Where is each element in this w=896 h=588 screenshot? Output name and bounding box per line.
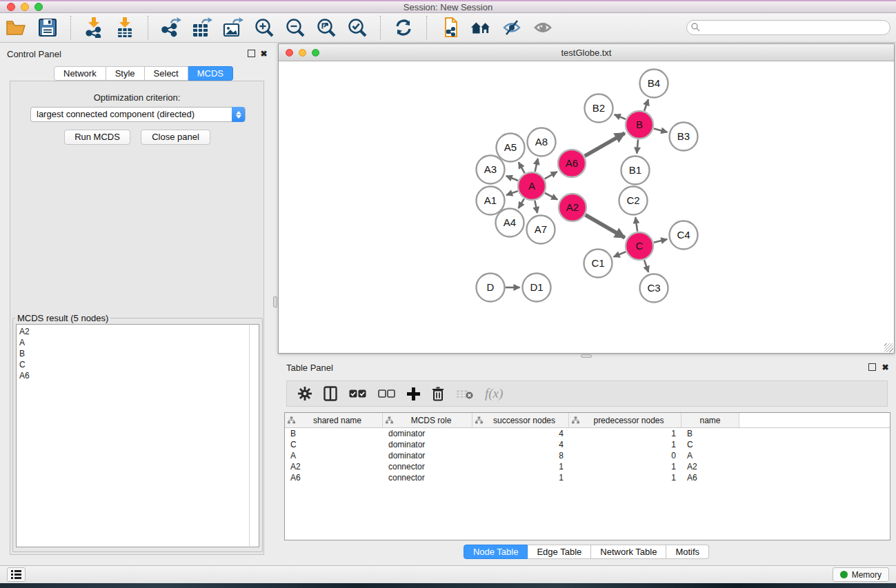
- graph-node-A3[interactable]: A3: [477, 156, 505, 184]
- resize-grip[interactable]: [884, 343, 893, 352]
- table-row[interactable]: Bdominator41B: [285, 428, 890, 439]
- close-panel-icon[interactable]: ✖: [259, 50, 268, 59]
- add-column-button[interactable]: [407, 387, 420, 401]
- graph-node-A1[interactable]: A1: [477, 187, 505, 215]
- cell-MCDS-role[interactable]: dominator: [383, 440, 472, 449]
- table-row[interactable]: A2connector11A2: [285, 461, 890, 472]
- cell-shared-name[interactable]: A2: [285, 462, 383, 472]
- cell-name[interactable]: C: [681, 440, 739, 449]
- cell-predecessor-nodes[interactable]: 1: [569, 462, 681, 472]
- cell-MCDS-role[interactable]: connector: [383, 473, 472, 483]
- export-image-button[interactable]: [222, 17, 244, 39]
- tab-motifs[interactable]: Motifs: [666, 545, 709, 559]
- graph-node-B4[interactable]: B4: [640, 70, 668, 98]
- birds-eye-view-button[interactable]: [532, 17, 554, 39]
- graph-edge-A2-C[interactable]: [586, 215, 625, 238]
- export-table-button[interactable]: [191, 17, 213, 39]
- table-options-gear-button[interactable]: [298, 387, 312, 401]
- cell-name[interactable]: A2: [681, 462, 739, 472]
- deselect-all-button[interactable]: [378, 389, 395, 398]
- cell-successor-nodes[interactable]: 4: [472, 440, 569, 449]
- cell-shared-name[interactable]: C: [285, 440, 383, 449]
- graph-node-C4[interactable]: C4: [670, 221, 698, 250]
- graph-node-B2[interactable]: B2: [585, 94, 613, 123]
- table-row[interactable]: Adominator80A: [285, 450, 890, 461]
- refresh-button[interactable]: [392, 17, 415, 39]
- mcds-result-item[interactable]: A2: [19, 326, 251, 337]
- column-header-shared-name[interactable]: shared name: [285, 413, 383, 427]
- graph-edge-A-A2[interactable]: [545, 193, 557, 200]
- mcds-result-item[interactable]: B: [19, 348, 251, 359]
- save-session-button[interactable]: [37, 17, 59, 39]
- cell-successor-nodes[interactable]: 1: [472, 473, 569, 483]
- optimization-criterion-select[interactable]: largest connected component (directed): [30, 107, 246, 122]
- cell-MCDS-role[interactable]: dominator: [383, 429, 472, 438]
- cell-predecessor-nodes[interactable]: 1: [569, 440, 681, 449]
- import-table-button[interactable]: [114, 17, 136, 39]
- graph-node-C1[interactable]: C1: [584, 250, 613, 278]
- tab-mcds[interactable]: MCDS: [188, 66, 233, 81]
- tab-network[interactable]: Network: [54, 66, 106, 81]
- graph-edge-B-B4[interactable]: [644, 99, 648, 111]
- graph-node-B3[interactable]: B3: [670, 123, 698, 151]
- graph-node-C2[interactable]: C2: [619, 187, 648, 215]
- search-input[interactable]: [686, 20, 890, 35]
- network-canvas[interactable]: B4B2BB3A8A5A6A3B1AA1C2A2A4A7C4CC1DD1C3: [279, 61, 894, 353]
- graph-edge-A-A5[interactable]: [519, 162, 525, 173]
- graph-edge-A-A7[interactable]: [535, 201, 537, 213]
- table-row[interactable]: Cdominator41C: [285, 439, 890, 450]
- cell-successor-nodes[interactable]: 1: [472, 462, 569, 472]
- cell-successor-nodes[interactable]: 8: [472, 451, 569, 460]
- graph-node-A8[interactable]: A8: [528, 128, 556, 156]
- column-header-name[interactable]: name: [681, 413, 739, 427]
- tab-edge-table[interactable]: Edge Table: [528, 545, 591, 559]
- graph-node-A[interactable]: A: [518, 172, 546, 200]
- graph-edge-A-A4[interactable]: [519, 199, 524, 208]
- graph-edge-B-B3[interactable]: [654, 129, 668, 132]
- hide-graphics-details-button[interactable]: [501, 17, 523, 39]
- graph-node-A2[interactable]: A2: [559, 194, 586, 221]
- graph-node-D[interactable]: D: [477, 274, 505, 302]
- graph-node-A4[interactable]: A4: [496, 209, 524, 237]
- delete-table-button[interactable]: [456, 389, 473, 399]
- cell-predecessor-nodes[interactable]: 0: [569, 451, 681, 460]
- horizontal-split-handle[interactable]: [581, 354, 592, 358]
- cell-MCDS-role[interactable]: connector: [383, 462, 472, 472]
- zoom-out-button[interactable]: [284, 17, 306, 39]
- cell-predecessor-nodes[interactable]: 1: [569, 429, 681, 438]
- import-network-button[interactable]: [83, 17, 105, 39]
- float-table-panel-icon[interactable]: [868, 363, 876, 371]
- zoom-selected-button[interactable]: [346, 17, 368, 39]
- cell-shared-name[interactable]: A: [285, 451, 383, 460]
- cell-shared-name[interactable]: A6: [285, 473, 383, 483]
- run-mcds-button[interactable]: Run MCDS: [64, 130, 130, 145]
- mcds-result-item[interactable]: A: [19, 337, 251, 348]
- graph-edge-A-A3[interactable]: [506, 176, 518, 181]
- graph-node-B[interactable]: B: [626, 111, 653, 139]
- show-columns-button[interactable]: [323, 386, 337, 401]
- zoom-fit-button[interactable]: [315, 17, 337, 39]
- memory-button[interactable]: Memory: [833, 567, 889, 582]
- graph-edge-C-C1[interactable]: [614, 252, 626, 256]
- cell-name[interactable]: A6: [681, 473, 739, 483]
- column-header-MCDS-role[interactable]: MCDS role: [383, 413, 472, 427]
- graph-node-A5[interactable]: A5: [497, 134, 525, 162]
- close-panel-button[interactable]: Close panel: [141, 130, 210, 145]
- vertical-split-handle[interactable]: [273, 296, 277, 307]
- tab-node-table[interactable]: Node Table: [464, 545, 528, 559]
- graph-node-C[interactable]: C: [626, 232, 653, 260]
- graph-edge-B-B1[interactable]: [637, 139, 638, 153]
- graph-edge-C-C4[interactable]: [654, 239, 667, 243]
- cell-successor-nodes[interactable]: 4: [472, 429, 569, 438]
- graph-node-B1[interactable]: B1: [621, 156, 650, 185]
- show-panels-list-button[interactable]: [7, 567, 26, 582]
- open-session-button[interactable]: [6, 17, 28, 39]
- tab-style[interactable]: Style: [106, 66, 145, 81]
- mcds-result-scrollbar[interactable]: [249, 324, 259, 547]
- select-all-button[interactable]: [349, 389, 366, 398]
- graph-edge-A-A8[interactable]: [535, 159, 538, 172]
- zoom-in-button[interactable]: [253, 17, 275, 39]
- graph-node-A6[interactable]: A6: [558, 150, 586, 177]
- cell-name[interactable]: A: [681, 451, 739, 460]
- graph-edge-A6-B[interactable]: [585, 133, 625, 156]
